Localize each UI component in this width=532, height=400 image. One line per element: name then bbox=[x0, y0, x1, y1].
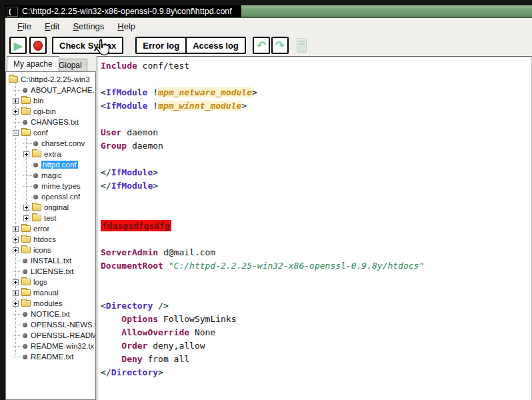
tree-item-mime.types[interactable]: mime.types bbox=[6, 181, 95, 191]
tree-connector bbox=[13, 357, 21, 357]
file-icon bbox=[33, 173, 38, 178]
tree-item-c-httpd-2.2.25-win3[interactable]: C:\httpd-2.2.25-win3 bbox=[6, 74, 95, 85]
tree-item-readme-win32.tx[interactable]: README-win32.tx bbox=[6, 341, 95, 351]
editor-token: deny,allow bbox=[147, 341, 205, 351]
tree-item-charset.conv[interactable]: charset.conv bbox=[6, 138, 95, 149]
file-icon bbox=[23, 312, 27, 317]
editor-line: <Directory /> bbox=[101, 299, 531, 313]
folder-icon bbox=[32, 215, 41, 221]
config-editor[interactable]: Include conf/test <IfModule !mpm_netware… bbox=[97, 56, 532, 400]
editor-line: AllowOverride None bbox=[101, 326, 531, 339]
expand-icon[interactable] bbox=[13, 279, 19, 285]
tree-item-openssl-news.t[interactable]: OPENSSL-NEWS.t bbox=[6, 319, 95, 330]
tree-item-openssl-readm[interactable]: OPENSSL-READM bbox=[6, 330, 95, 341]
start-server-button[interactable]: ▶ bbox=[9, 37, 27, 54]
tree-connector bbox=[23, 165, 32, 165]
menubar: FileEditSettingsHelp bbox=[5, 18, 532, 35]
editor-line: ServerAdmin d@mail.com bbox=[101, 246, 531, 259]
tree-item-original[interactable]: original bbox=[6, 202, 95, 213]
window-border-top bbox=[0, 0, 532, 5]
editor-token: > bbox=[241, 101, 247, 111]
expand-icon[interactable] bbox=[23, 151, 29, 157]
tab-my-apache[interactable]: My apache bbox=[7, 56, 59, 71]
tree-item-openssl.cnf[interactable]: openssl.cnf bbox=[6, 191, 95, 202]
tree-item-readme.txt[interactable]: README.txt bbox=[6, 351, 95, 362]
editor-token: </ bbox=[101, 181, 111, 191]
tree-item-test[interactable]: test bbox=[6, 213, 95, 223]
expand-icon[interactable] bbox=[13, 237, 19, 243]
editor-line: </Directory> bbox=[101, 366, 531, 379]
folder-icon bbox=[21, 247, 31, 253]
toolbar: ▶ Check Syntax Error log Access log ↶ ↷ bbox=[5, 35, 532, 56]
file-icon bbox=[23, 120, 27, 125]
tree-item-htdocs[interactable]: htdocs bbox=[6, 234, 95, 245]
tree-item-label: original bbox=[44, 203, 69, 211]
tree-connector bbox=[13, 261, 21, 261]
tree-item-conf[interactable]: conf bbox=[6, 127, 95, 138]
tree-item-manual[interactable]: manual bbox=[6, 287, 95, 298]
editor-token: daemon bbox=[121, 127, 158, 137]
editor-token: > bbox=[153, 181, 158, 191]
expand-icon[interactable] bbox=[23, 215, 29, 221]
editor-token bbox=[163, 261, 169, 271]
folder-icon bbox=[21, 225, 31, 232]
titlebar[interactable]: ( C:\httpd-2.2.25-win32-x86-openssl-0.9.… bbox=[5, 5, 532, 18]
folder-icon bbox=[21, 279, 31, 285]
folder-icon bbox=[21, 97, 31, 104]
tree-item-changes.txt[interactable]: CHANGES.txt bbox=[6, 117, 95, 127]
menu-help[interactable]: Help bbox=[112, 20, 141, 33]
tree-item-label: OPENSSL-READM bbox=[31, 331, 95, 339]
stop-server-button[interactable] bbox=[29, 37, 47, 54]
tree-item-label: openssl.cnf bbox=[41, 193, 80, 201]
folder-icon bbox=[21, 108, 31, 115]
file-tree: C:\httpd-2.2.25-win3ABOUT_APACHE.bincgi-… bbox=[5, 71, 96, 400]
editor-line: Deny from all bbox=[101, 353, 531, 366]
undo-button[interactable]: ↶ bbox=[253, 37, 270, 54]
tree-item-modules[interactable]: modules bbox=[6, 298, 95, 309]
tree-item-license.txt[interactable]: LICENSE.txt bbox=[6, 266, 95, 277]
tree-item-label: bin bbox=[33, 97, 43, 105]
expand-icon[interactable] bbox=[13, 301, 19, 307]
expand-icon[interactable] bbox=[13, 226, 19, 232]
editor-token: Include bbox=[101, 61, 137, 71]
tree-item-label: charset.conv bbox=[41, 139, 85, 147]
expand-icon[interactable] bbox=[13, 98, 19, 104]
folder-icon bbox=[32, 151, 41, 157]
tree-item-install.txt[interactable]: INSTALL.txt bbox=[6, 255, 95, 266]
tree-item-bin[interactable]: bin bbox=[6, 95, 95, 106]
tree-item-label: modules bbox=[33, 299, 62, 307]
app-icon: ( bbox=[7, 7, 18, 17]
menu-settings[interactable]: Settings bbox=[67, 20, 109, 33]
expand-icon[interactable] bbox=[13, 247, 19, 253]
check-syntax-button[interactable]: Check Syntax bbox=[52, 37, 123, 54]
menu-file[interactable]: File bbox=[12, 20, 37, 33]
expand-icon[interactable] bbox=[13, 109, 19, 115]
tree-item-logs[interactable]: logs bbox=[6, 277, 95, 287]
tree-item-cgi-bin[interactable]: cgi-bin bbox=[6, 106, 95, 117]
tree-item-icons[interactable]: icons bbox=[6, 245, 95, 255]
tree-item-about-apache.[interactable]: ABOUT_APACHE. bbox=[6, 85, 95, 95]
redo-button[interactable]: ↷ bbox=[271, 37, 289, 54]
editor-token: </ bbox=[101, 367, 111, 377]
tree-item-httpd.conf[interactable]: httpd.conf bbox=[6, 159, 95, 170]
menu-edit[interactable]: Edit bbox=[39, 20, 65, 33]
collapse-icon[interactable] bbox=[13, 130, 19, 136]
tree-connector bbox=[13, 90, 21, 91]
editor-line: fdasgsdfgsdfg bbox=[101, 219, 531, 233]
editor-token: Deny bbox=[121, 354, 142, 364]
tree-item-label: C:\httpd-2.2.25-win3 bbox=[21, 75, 90, 83]
expand-icon[interactable] bbox=[23, 205, 29, 211]
tree-item-magic[interactable]: magic bbox=[6, 170, 95, 181]
access-log-button[interactable]: Access log bbox=[185, 37, 246, 54]
tree-item-notice.txt[interactable]: NOTICE.txt bbox=[6, 309, 95, 319]
editor-token: Order bbox=[121, 341, 147, 351]
editor-line bbox=[101, 193, 531, 206]
file-icon bbox=[33, 195, 38, 199]
file-icon bbox=[23, 88, 27, 93]
tree-item-label: OPENSSL-NEWS.t bbox=[31, 321, 95, 329]
editor-token: mpm_winnt_module bbox=[158, 101, 241, 111]
expand-icon[interactable] bbox=[13, 290, 19, 296]
tree-item-error[interactable]: error bbox=[6, 223, 95, 234]
error-log-button[interactable]: Error log bbox=[135, 37, 187, 54]
tree-item-extra[interactable]: extra bbox=[6, 149, 95, 159]
